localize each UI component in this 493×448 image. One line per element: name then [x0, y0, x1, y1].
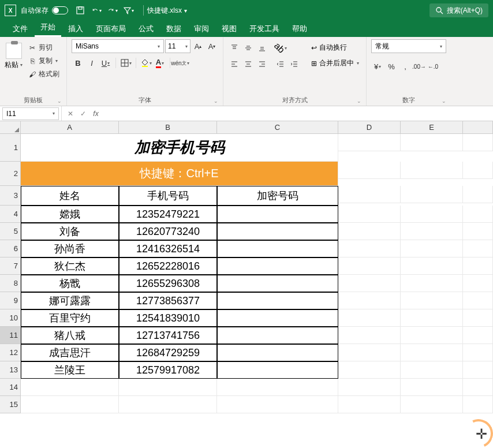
name-box[interactable]: I11▾ — [2, 107, 59, 120]
currency-button[interactable]: ¥▾ — [371, 60, 384, 73]
cell[interactable] — [463, 292, 493, 309]
cell[interactable] — [338, 186, 401, 203]
cell-name[interactable]: 狄仁杰 — [21, 257, 119, 275]
tab-home[interactable]: 开始 — [35, 19, 61, 37]
autosave-toggle[interactable]: 自动保存 — [21, 6, 68, 16]
cell[interactable] — [401, 240, 463, 257]
cell-encrypted[interactable] — [217, 344, 338, 361]
underline-button[interactable]: U▾ — [99, 57, 112, 69]
cell[interactable] — [338, 327, 401, 344]
align-right-icon[interactable] — [256, 58, 268, 70]
cell[interactable] — [217, 379, 338, 396]
undo-icon[interactable]: ▾ — [91, 5, 102, 16]
col-header-c[interactable]: C — [217, 121, 338, 134]
number-format-select[interactable]: 常规▾ — [371, 39, 446, 53]
cell-name[interactable]: 刘备 — [21, 223, 119, 240]
align-top-icon[interactable] — [228, 42, 241, 54]
align-center-icon[interactable] — [242, 58, 255, 70]
cell[interactable] — [401, 327, 463, 344]
row-header[interactable]: 3 — [0, 186, 21, 206]
cell-phone[interactable]: 12579917082 — [119, 361, 217, 379]
decrease-decimal-icon[interactable]: ←.0 — [427, 60, 439, 73]
col-header-e[interactable]: E — [401, 121, 463, 134]
tab-help[interactable]: 帮助 — [286, 21, 313, 37]
cell-phone[interactable]: 12416326514 — [119, 240, 217, 257]
cell-name[interactable]: 百里守约 — [21, 309, 119, 327]
format-painter-button[interactable]: 🖌格式刷 — [26, 68, 62, 80]
cell[interactable] — [338, 162, 401, 179]
paste-button[interactable]: 粘贴▾ — [5, 39, 23, 70]
cell-name[interactable]: 成吉思汗 — [21, 344, 119, 361]
cell[interactable] — [401, 257, 463, 275]
row-header[interactable]: 14 — [0, 379, 21, 396]
cell[interactable] — [401, 344, 463, 361]
redo-icon[interactable]: ▾ — [107, 5, 118, 16]
cell[interactable] — [463, 379, 493, 396]
row-header[interactable]: 9 — [0, 292, 21, 309]
cell-encrypted[interactable] — [217, 223, 338, 240]
comma-button[interactable]: , — [399, 60, 412, 73]
cell[interactable] — [338, 292, 401, 309]
orientation-icon[interactable]: ab▾ — [274, 42, 287, 54]
cell[interactable] — [463, 240, 493, 257]
cell[interactable] — [463, 275, 493, 292]
row-header[interactable]: 11 — [0, 327, 21, 344]
row-header[interactable]: 15 — [0, 396, 21, 413]
cell-name[interactable]: 娜可露露 — [21, 292, 119, 309]
cell[interactable] — [401, 292, 463, 309]
cell[interactable] — [338, 240, 401, 257]
cell[interactable] — [338, 257, 401, 275]
align-middle-icon[interactable] — [242, 42, 255, 54]
cell-phone[interactable]: 12773856377 — [119, 292, 217, 309]
cell[interactable] — [463, 257, 493, 275]
cell-phone[interactable]: 12620773240 — [119, 223, 217, 240]
cell-phone[interactable]: 12684729259 — [119, 344, 217, 361]
cell-encrypted[interactable] — [217, 361, 338, 379]
font-size-select[interactable]: 11▾ — [165, 39, 191, 53]
fill-color-button[interactable]: ▾ — [140, 57, 152, 69]
cell[interactable] — [338, 309, 401, 327]
cell[interactable] — [338, 275, 401, 292]
cell[interactable] — [401, 396, 463, 413]
cell-name[interactable]: 猪八戒 — [21, 327, 119, 344]
cell-phone[interactable]: 12655296308 — [119, 275, 217, 292]
cell-phone[interactable]: 12652228016 — [119, 257, 217, 275]
row-header[interactable]: 8 — [0, 275, 21, 292]
tab-view[interactable]: 视图 — [216, 21, 242, 37]
cell-encrypted[interactable] — [217, 257, 338, 275]
cell[interactable] — [401, 134, 463, 151]
cell-name[interactable]: 孙尚香 — [21, 240, 119, 257]
cell[interactable] — [463, 186, 493, 203]
italic-button[interactable]: I — [85, 57, 98, 69]
phonetic-button[interactable]: wén文▾ — [174, 57, 186, 69]
cell-encrypted[interactable] — [217, 292, 338, 309]
select-all-corner[interactable] — [0, 121, 21, 134]
filter-icon[interactable]: ▾ — [124, 5, 134, 16]
filename-dropdown-icon[interactable]: ▾ — [184, 8, 187, 14]
cell[interactable] — [21, 379, 119, 396]
search-box[interactable]: 搜索(Alt+Q) — [429, 3, 488, 17]
cell-encrypted[interactable] — [217, 309, 338, 327]
cell-encrypted[interactable] — [217, 327, 338, 344]
cell[interactable] — [217, 396, 338, 413]
cell[interactable] — [338, 361, 401, 379]
cell-phone[interactable]: 12541839010 — [119, 309, 217, 327]
row-header[interactable]: 12 — [0, 344, 21, 361]
cell[interactable] — [463, 206, 493, 223]
col-header-b[interactable]: B — [119, 121, 217, 134]
cell-phone[interactable]: 12713741756 — [119, 327, 217, 344]
cell[interactable] — [119, 396, 217, 413]
tab-review[interactable]: 审阅 — [188, 21, 215, 37]
cell[interactable] — [401, 309, 463, 327]
tab-formulas[interactable]: 公式 — [133, 21, 159, 37]
cell[interactable] — [463, 344, 493, 361]
copy-button[interactable]: ⎘复制▾ — [26, 55, 62, 67]
cell[interactable] — [463, 327, 493, 344]
cell[interactable] — [119, 379, 217, 396]
cell[interactable] — [401, 275, 463, 292]
bold-button[interactable]: B — [72, 57, 84, 69]
decrease-font-icon[interactable]: A▾ — [206, 40, 218, 53]
cell[interactable] — [338, 344, 401, 361]
tab-page-layout[interactable]: 页面布局 — [90, 21, 132, 37]
cell-phone[interactable]: 12352479221 — [119, 206, 217, 223]
